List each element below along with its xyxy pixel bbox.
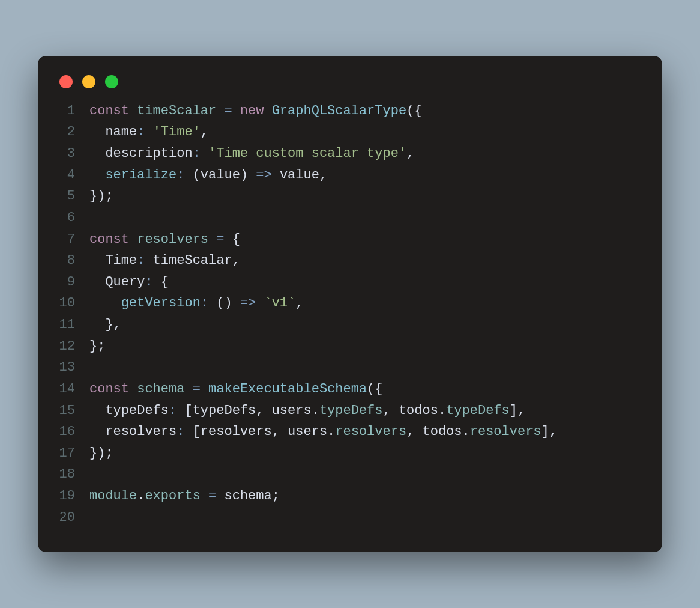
token-pun: ,	[406, 424, 422, 439]
close-icon[interactable]	[59, 75, 73, 88]
token-ws	[272, 168, 280, 183]
code-line: 4 serialize: (value) => value,	[57, 165, 643, 186]
code-line: 12};	[57, 336, 643, 357]
minimize-icon[interactable]	[82, 75, 95, 88]
token-prop: schema	[224, 488, 271, 503]
line-content: };	[89, 336, 643, 357]
code-line: 14const schema = makeExecutableSchema({	[57, 378, 643, 400]
token-call: GraphQLScalarType	[272, 103, 406, 118]
line-number: 4	[57, 165, 89, 186]
token-op: =>	[256, 168, 271, 183]
code-line: 20	[57, 507, 643, 529]
code-editor[interactable]: 1const timeScalar = new GraphQLScalarTyp…	[57, 100, 643, 529]
token-pun: ,	[319, 168, 327, 183]
token-op: =	[193, 382, 201, 397]
token-ws	[177, 403, 184, 418]
token-prop: resolvers	[201, 424, 272, 439]
token-kw: new	[240, 103, 264, 118]
line-number: 3	[57, 143, 89, 165]
line-content: module.exports = schema;	[89, 485, 643, 507]
token-call: getVersion	[121, 296, 201, 311]
token-ws	[129, 382, 137, 397]
token-pun: ()	[216, 296, 232, 311]
token-var: module	[89, 488, 137, 503]
code-line: 17});	[57, 443, 643, 464]
token-pun: ,	[295, 296, 303, 311]
token-pun: .	[462, 424, 470, 439]
maximize-icon[interactable]	[105, 75, 118, 88]
line-number: 6	[57, 207, 89, 229]
line-number: 5	[57, 186, 89, 207]
code-line: 15 typeDefs: [typeDefs, users.typeDefs, …	[57, 400, 643, 422]
code-line: 18	[57, 464, 643, 485]
code-line: 13	[57, 357, 643, 378]
token-kw: const	[89, 103, 129, 118]
token-ws	[184, 382, 192, 397]
token-pun: {	[161, 275, 169, 290]
line-number: 1	[57, 100, 89, 122]
token-ws	[264, 103, 271, 118]
line-content: resolvers: [resolvers, users.resolvers, …	[89, 421, 643, 443]
line-number: 19	[57, 485, 89, 507]
token-op: :	[137, 253, 145, 268]
token-var: typeDefs	[446, 403, 510, 418]
line-number: 13	[57, 357, 89, 378]
line-content: getVersion: () => `v1`,	[89, 293, 643, 314]
token-pun: },	[105, 317, 121, 332]
token-pun: (	[193, 168, 201, 183]
token-op: =	[216, 232, 224, 247]
token-op: :	[201, 296, 208, 311]
line-content: description: 'Time custom scalar type',	[89, 143, 643, 165]
line-content: serialize: (value) => value,	[89, 165, 643, 186]
line-content	[89, 464, 643, 485]
line-number: 10	[57, 293, 89, 314]
line-content: });	[89, 186, 643, 207]
token-op: :	[177, 424, 184, 439]
token-ws	[201, 488, 208, 503]
token-ws	[201, 146, 208, 161]
token-pun: ],	[510, 403, 525, 418]
line-number: 9	[57, 272, 89, 293]
token-ws	[208, 296, 216, 311]
token-pun: ({	[406, 103, 422, 118]
token-ws	[256, 296, 264, 311]
token-prop: Time	[105, 253, 137, 268]
token-var: timeScalar	[137, 103, 216, 118]
token-pun: [	[184, 403, 192, 418]
line-content: Query: {	[89, 272, 643, 293]
token-ws	[232, 296, 240, 311]
code-line: 11 },	[57, 314, 643, 336]
line-content: const timeScalar = new GraphQLScalarType…	[89, 100, 643, 122]
line-content: });	[89, 443, 643, 464]
token-var: resolvers	[470, 424, 542, 439]
token-prop: timeScalar	[153, 253, 232, 268]
token-ws	[145, 124, 152, 139]
line-content: name: 'Time',	[89, 121, 643, 143]
token-param: value	[201, 168, 240, 183]
token-prop: resolvers	[105, 424, 177, 439]
window-titlebar	[57, 74, 643, 100]
line-content: const schema = makeExecutableSchema({	[89, 378, 643, 400]
token-ws	[224, 232, 232, 247]
token-ws	[89, 275, 105, 290]
token-call: serialize	[105, 168, 177, 183]
token-prop: Query	[105, 275, 145, 290]
token-ws	[184, 424, 192, 439]
token-prop: todos	[399, 403, 438, 418]
token-ws	[201, 382, 208, 397]
token-op: =	[224, 103, 232, 118]
line-number: 12	[57, 336, 89, 357]
code-line: 16 resolvers: [resolvers, users.resolver…	[57, 421, 643, 443]
line-content	[89, 207, 643, 229]
token-pun: ,	[383, 403, 399, 418]
token-tpl: `v1`	[264, 296, 295, 311]
token-op: :	[137, 124, 145, 139]
token-ws	[184, 168, 192, 183]
line-content: Time: timeScalar,	[89, 250, 643, 272]
token-ws	[216, 488, 224, 503]
line-content: const resolvers = {	[89, 229, 643, 251]
token-ws	[216, 103, 224, 118]
token-op: =	[208, 488, 216, 503]
token-prop: value	[280, 168, 319, 183]
token-pun: });	[89, 189, 113, 204]
